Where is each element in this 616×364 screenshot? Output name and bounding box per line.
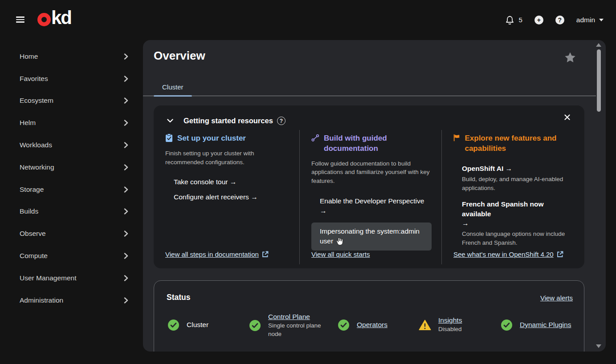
help-button[interactable]: ? [555, 16, 564, 24]
view-all-quick-starts-link[interactable]: View all quick starts [311, 251, 370, 258]
tab-divider [143, 96, 596, 96]
collapse-chevron-icon[interactable] [167, 117, 174, 125]
setup-cluster-heading: Set up your cluster [177, 133, 246, 144]
view-alerts-link[interactable]: View alerts [540, 294, 573, 302]
view-all-steps-link[interactable]: View all steps in documentation [165, 251, 269, 258]
success-check-icon [167, 319, 179, 331]
okd-logo-ring [37, 13, 51, 26]
help-popover-icon[interactable]: ? [277, 117, 286, 125]
sidebar-item-storage[interactable]: Storage [0, 178, 143, 201]
sidebar-item-workloads[interactable]: Workloads [0, 134, 143, 156]
getting-started-card: Getting started resources ? Set up your … [154, 105, 584, 268]
okd-logo-text: kd [51, 7, 71, 28]
favorite-star-icon[interactable] [564, 52, 576, 64]
features-list: OpenShift AI → Build, deploy, and manage… [453, 164, 575, 248]
openshift-ai-link[interactable]: OpenShift AI → [462, 165, 512, 172]
insights-subtext: Disabled [438, 325, 462, 334]
configure-alert-receivers-link[interactable]: Configure alert receivers → [174, 193, 290, 201]
status-title: Status [167, 293, 190, 302]
scrollbar-thumb[interactable] [597, 49, 601, 112]
chevron-right-icon [124, 164, 128, 170]
openshift-ai-description: Build, deploy, and manage AI-enabled app… [462, 175, 575, 193]
scrollbar-down-arrow[interactable] [596, 344, 601, 348]
chevron-right-icon [124, 120, 128, 126]
sidebar-item-helm[interactable]: Helm [0, 112, 143, 134]
chevron-right-icon [124, 76, 128, 82]
warning-triangle-icon [419, 320, 431, 331]
add-button[interactable]: + [534, 16, 543, 24]
sidebar-item-observe[interactable]: Observe [0, 222, 143, 245]
see-whats-new-link[interactable]: See what's new in OpenShift 4.20 [453, 251, 563, 258]
guided-documentation-heading-row: Build with guided documentation [311, 133, 432, 154]
status-item-insights: Insights Disabled [419, 313, 462, 337]
sidebar-item-administration[interactable]: Administration [0, 289, 143, 311]
explore-features-heading-row: Explore new features and capabilities [453, 133, 575, 154]
tab-bar: Cluster [154, 78, 192, 96]
success-check-icon [501, 319, 513, 331]
explore-features-column: Explore new features and capabilities Op… [441, 130, 584, 264]
getting-started-columns: Set up your cluster Finish setting up yo… [154, 130, 584, 261]
route-icon [311, 133, 319, 142]
chevron-right-icon [124, 208, 128, 214]
status-item-cluster: Cluster [167, 313, 208, 337]
status-item-dynamic-plugins: Dynamic Plugins [501, 313, 571, 337]
sidebar-item-home[interactable]: Home [0, 45, 143, 68]
control-plane-link[interactable]: Control Plane [268, 313, 322, 321]
getting-started-header: Getting started resources ? [154, 105, 584, 130]
enable-developer-perspective-quickstart[interactable]: Enable the Developer Perspective → [311, 196, 432, 216]
guided-documentation-column: Build with guided documentation Follow g… [299, 130, 441, 264]
getting-started-title: Getting started resources [184, 117, 273, 125]
status-item-control-plane: Control Plane Single control plane node [249, 313, 322, 339]
sidebar-item-compute[interactable]: Compute [0, 245, 143, 267]
user-menu[interactable]: admin [576, 16, 604, 24]
sidebar-item-networking[interactable]: Networking [0, 156, 143, 178]
setup-cluster-heading-row: Set up your cluster [165, 133, 290, 144]
impersonating-system-admin-quickstart[interactable]: Impersonating the system:admin user [311, 222, 432, 251]
sidebar-item-builds[interactable]: Builds [0, 201, 143, 223]
insights-link[interactable]: Insights [438, 316, 462, 324]
chevron-down-icon [599, 19, 604, 21]
setup-cluster-description: Finish setting up your cluster with reco… [165, 149, 290, 166]
dynamic-plugins-link[interactable]: Dynamic Plugins [520, 321, 571, 329]
notification-count: 5 [518, 16, 522, 24]
main-panel: Overview Cluster Getting started resourc… [143, 40, 606, 352]
okd-logo: kd [37, 7, 71, 28]
tab-cluster[interactable]: Cluster [154, 78, 192, 96]
guided-documentation-description: Follow guided documentation to build app… [311, 159, 432, 186]
top-bar-actions: 5 + ? admin [506, 0, 604, 40]
scrollbar-up-arrow[interactable] [596, 43, 601, 47]
arrow-right-icon: → [462, 218, 575, 228]
hamburger-menu-icon[interactable] [16, 15, 26, 24]
status-cluster-label: Cluster [187, 321, 208, 329]
chevron-right-icon [124, 53, 128, 60]
sidebar: Home Favorites Ecosystem Helm Workloads … [0, 40, 143, 364]
take-console-tour-link[interactable]: Take console tour → [174, 178, 290, 186]
feature-french-spanish: French and Spanish now available → Conso… [462, 199, 575, 248]
explore-features-heading: Explore new features and capabilities [465, 133, 575, 154]
french-spanish-link[interactable]: French and Spanish now available → [462, 200, 575, 228]
clipboard-check-icon [165, 133, 173, 142]
top-bar: kd 5 + ? admin [0, 0, 616, 40]
chevron-right-icon [124, 253, 128, 259]
chevron-right-icon [124, 186, 128, 193]
sidebar-item-favorites[interactable]: Favorites [0, 68, 143, 90]
page-title: Overview [154, 49, 205, 63]
close-icon[interactable] [564, 114, 570, 120]
chevron-right-icon [124, 297, 128, 303]
flag-icon [453, 133, 460, 142]
chevron-right-icon [124, 231, 128, 237]
quick-starts-list: Enable the Developer Perspective → Imper… [311, 196, 432, 251]
sidebar-item-user-management[interactable]: User Management [0, 267, 143, 289]
operators-link[interactable]: Operators [357, 321, 388, 329]
sidebar-item-ecosystem[interactable]: Ecosystem [0, 90, 143, 112]
external-link-icon [262, 251, 269, 258]
notifications-button[interactable]: 5 [506, 16, 522, 24]
chevron-right-icon [124, 142, 128, 148]
control-plane-subtext: Single control plane node [268, 322, 322, 339]
status-item-operators: Operators [338, 313, 388, 337]
external-link-icon [557, 251, 563, 258]
success-check-icon [249, 320, 261, 332]
chevron-right-icon [124, 97, 128, 104]
okd-console: { "topbar": { "logo_text": "kd", "notifi… [0, 0, 616, 364]
bell-icon [506, 16, 514, 24]
